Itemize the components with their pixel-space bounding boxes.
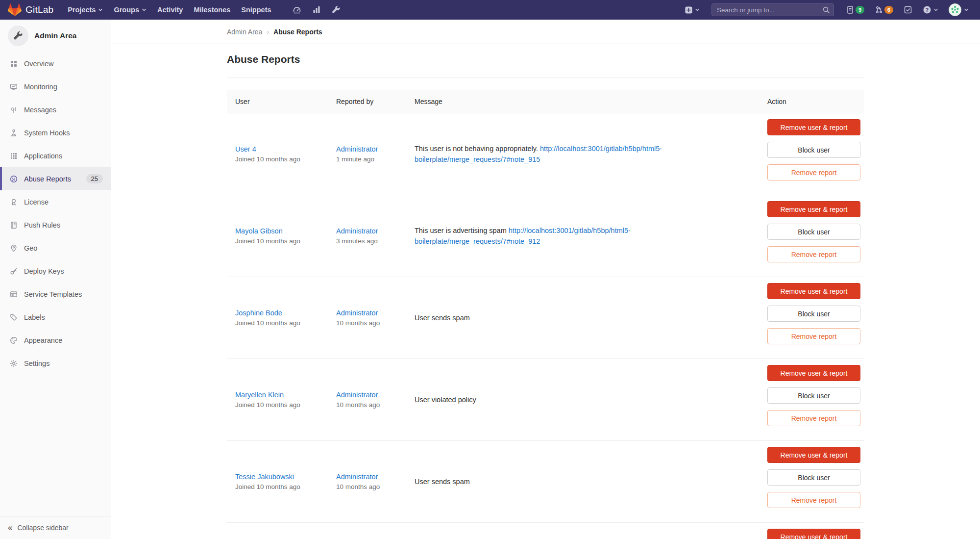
chevron-down-icon [695,7,700,12]
block-user-button[interactable]: Block user [767,224,860,240]
user-link[interactable]: Mayola Gibson [235,227,283,235]
nav-groups[interactable]: Groups [108,0,152,20]
remove-report-button[interactable]: Remove report [767,410,860,426]
message-text: User sends spam [415,478,470,486]
remove-user-and-report-button[interactable]: Remove user & report [767,119,860,135]
help-menu-button[interactable]: ? [919,5,942,14]
collapse-sidebar-button[interactable]: « Collapse sidebar [0,516,111,539]
column-header-reported-by: Reported by [336,98,415,105]
column-header-action: Action [767,98,864,105]
sidebar-item-labels[interactable]: Labels [0,306,111,329]
sidebar-item-push-rules[interactable]: Push Rules [0,213,111,236]
merge-requests-count-badge: 6 [884,6,893,14]
sidebar-item-geo[interactable]: Geo [0,236,111,259]
sidebar-item-system-hooks[interactable]: System Hooks [0,121,111,144]
block-user-button[interactable]: Block user [767,387,860,404]
remove-report-button[interactable]: Remove report [767,492,860,508]
message-text: User violated policy [415,396,476,404]
block-user-button[interactable]: Block user [767,469,860,486]
reporter-link[interactable]: Administrator [336,309,378,317]
nav-snippets[interactable]: Snippets [236,0,276,20]
remove-user-and-report-button[interactable]: Remove user & report [767,447,860,463]
user-cell: Tessie Jakubowski Joined 10 months ago [227,473,336,490]
chevron-down-icon [933,7,938,12]
block-user-button[interactable]: Block user [767,142,860,158]
sidebar-item-messages[interactable]: Messages [0,98,111,121]
sidebar-context-header[interactable]: Admin Area [0,20,111,52]
user-joined: Joined 10 months ago [235,237,336,245]
sidebar-item-service-templates[interactable]: Service Templates [0,282,111,306]
global-search [711,3,834,16]
column-header-user: User [227,98,336,105]
sidebar-item-license[interactable]: License [0,190,111,213]
report-time: 10 months ago [336,401,415,409]
user-link[interactable]: Maryellen Klein [235,391,284,399]
tag-icon [10,313,18,321]
sidebar-item-applications[interactable]: Applications [0,144,111,167]
table-row: Mayola Gibson Joined 10 months ago Admin… [227,195,864,277]
user-menu-button[interactable] [945,3,972,16]
chevron-down-icon [142,7,147,12]
palette-icon [10,336,18,344]
nav-groups-label: Groups [114,6,139,14]
nav-projects[interactable]: Projects [62,0,108,20]
admin-wrench-icon[interactable] [326,0,346,20]
dashboard-gauge-icon[interactable] [287,0,307,20]
user-link[interactable]: User 4 [235,145,256,153]
admin-sidebar: Admin Area Overview Monitoring Messages … [0,20,111,539]
sidebar-item-settings[interactable]: Settings [0,352,111,375]
user-link[interactable]: Tessie Jakubowski [235,473,294,481]
award-icon [10,198,18,206]
table-row: Maryellen Klein Joined 10 months ago Adm… [227,359,864,441]
breadcrumb-current: Abuse Reports [273,28,322,36]
issues-count-badge: 9 [856,6,864,14]
nav-milestones[interactable]: Milestones [188,0,236,20]
remove-report-button[interactable]: Remove report [767,246,860,262]
message-cell: This user is advertising spam http://loc… [415,225,767,247]
merge-requests-counter[interactable]: 6 [871,5,897,14]
title-divider [227,77,864,77]
user-joined: Joined 10 months ago [235,483,336,490]
new-menu-button[interactable] [681,6,703,14]
gitlab-logo[interactable]: GitLab [8,3,53,17]
reporter-link[interactable]: Administrator [336,227,378,235]
remove-user-and-report-button[interactable]: Remove user & report [767,529,860,539]
reporter-link[interactable]: Administrator [336,473,378,481]
sidebar-item-appearance[interactable]: Appearance [0,329,111,352]
remove-user-and-report-button[interactable]: Remove user & report [767,365,860,381]
search-input[interactable] [711,3,834,16]
sidebar-item-overview[interactable]: Overview [0,52,111,75]
user-link[interactable]: Josphine Bode [235,309,282,317]
key-icon [10,267,18,275]
reporter-link[interactable]: Administrator [336,145,378,153]
chevron-down-icon [98,7,103,12]
todos-button[interactable] [900,5,916,14]
page-title: Abuse Reports [227,44,864,66]
issues-counter[interactable]: 9 [842,5,868,14]
reporter-cell: Administrator 10 months ago [336,309,415,327]
remove-report-button[interactable]: Remove report [767,328,860,344]
sidebar-item-deploy-keys[interactable]: Deploy Keys [0,259,111,282]
navbar-divider [282,5,282,15]
nav-activity[interactable]: Activity [152,0,188,20]
message-cell: User sends spam [415,476,767,487]
remove-user-and-report-button[interactable]: Remove user & report [767,201,860,217]
abuse-reports-count-badge: 25 [86,174,103,183]
breadcrumb-bar: Admin Area › Abuse Reports [111,20,980,44]
action-cell: Remove user & report Block user Remove r… [767,523,864,539]
action-cell: Remove user & report Block user Remove r… [767,195,864,269]
sidebar-item-monitoring[interactable]: Monitoring [0,75,111,98]
user-joined: Joined 10 months ago [235,401,336,409]
breadcrumb-admin-area[interactable]: Admin Area [227,28,262,36]
hook-icon [10,129,18,137]
remove-user-and-report-button[interactable]: Remove user & report [767,283,860,299]
issues-icon [846,5,855,14]
block-user-button[interactable]: Block user [767,306,860,322]
remove-report-button[interactable]: Remove report [767,164,860,180]
charts-icon[interactable] [307,0,326,20]
admin-area-avatar [8,26,28,46]
message-text: User sends spam [415,314,470,322]
sidebar-nav: Overview Monitoring Messages System Hook… [0,52,111,375]
sidebar-item-abuse-reports[interactable]: Abuse Reports 25 [0,167,111,190]
reporter-link[interactable]: Administrator [336,391,378,399]
